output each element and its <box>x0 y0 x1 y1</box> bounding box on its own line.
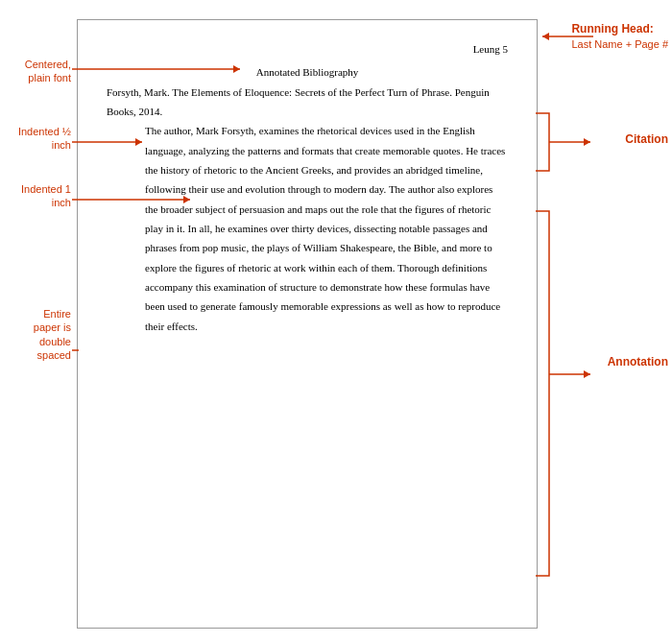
label-centered: Centered, plain font <box>2 58 71 85</box>
label-indented-one: Indented 1 inch <box>2 182 71 210</box>
svg-marker-10 <box>584 138 590 146</box>
citation-author: Forsyth, Mark. <box>107 86 172 98</box>
annotation-block: The author, Mark Forsyth, examines the r… <box>107 121 508 336</box>
running-head-title: Running Head: <box>571 21 668 37</box>
svg-marker-12 <box>584 370 590 378</box>
page-header-text: Leung 5 <box>473 39 508 59</box>
running-head-label: Running Head: Last Name + Page # <box>571 21 668 52</box>
doc-title: Annotated Bibliography <box>107 62 508 82</box>
label-citation: Citation <box>625 132 668 146</box>
label-annotation: Annotation <box>608 355 668 369</box>
svg-marker-1 <box>542 33 549 40</box>
citation-block: Forsyth, Mark. The Elements of Eloquence… <box>107 83 508 122</box>
double-spaced-text: Entirepaper isdoublespaced <box>34 308 71 361</box>
doc-header: Leung 5 <box>107 39 508 59</box>
label-indented-half: Indented ½ inch <box>2 125 71 153</box>
running-head-subtitle: Last Name + Page # <box>571 37 668 52</box>
document-page: Leung 5 Annotated Bibliography Forsyth, … <box>77 19 538 629</box>
page-wrapper: Leung 5 Annotated Bibliography Forsyth, … <box>0 0 672 642</box>
citation-title: The Elements of Eloquence: Secrets of th… <box>172 86 452 98</box>
label-double-spaced: Entirepaper isdoublespaced <box>2 307 71 362</box>
